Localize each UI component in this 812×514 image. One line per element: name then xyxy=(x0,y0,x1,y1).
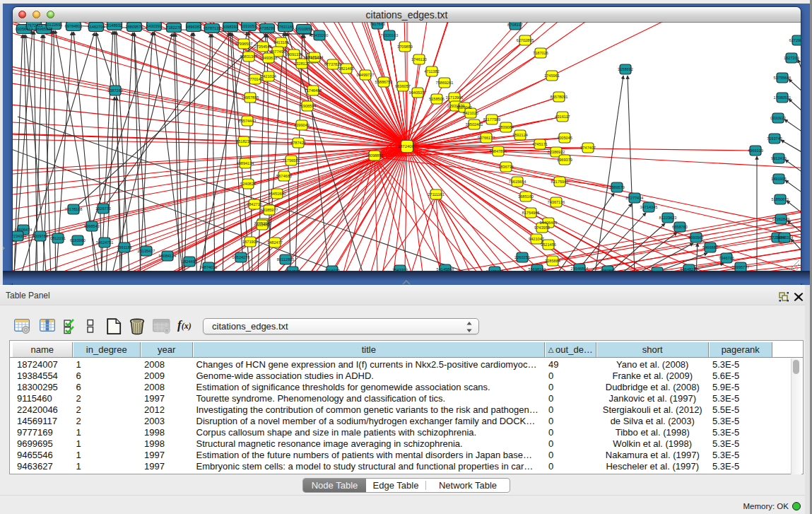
svg-text:1592124: 1592124 xyxy=(512,133,528,137)
svg-text:0812191: 0812191 xyxy=(50,236,66,240)
svg-text:55886753: 55886753 xyxy=(375,80,393,84)
svg-text:6658760: 6658760 xyxy=(672,225,688,229)
svg-text:87234309: 87234309 xyxy=(13,234,26,238)
svg-text:76320163: 76320163 xyxy=(381,33,399,37)
svg-text:17080531: 17080531 xyxy=(774,95,792,100)
svg-text:2787429: 2787429 xyxy=(290,141,306,145)
svg-text:31713900: 31713900 xyxy=(446,95,464,100)
svg-text:13493618: 13493618 xyxy=(260,56,278,60)
svg-text:1671902: 1671902 xyxy=(242,240,258,244)
svg-text:67010651: 67010651 xyxy=(295,27,313,31)
svg-text:3285884: 3285884 xyxy=(545,259,560,263)
svg-text:7182278: 7182278 xyxy=(166,25,182,30)
svg-text:62702895: 62702895 xyxy=(517,38,534,42)
svg-text:1031051: 1031051 xyxy=(241,24,257,28)
svg-text:71746488: 71746488 xyxy=(305,88,322,93)
svg-text:75869261: 75869261 xyxy=(436,81,454,85)
svg-text:37996507: 37996507 xyxy=(235,42,253,46)
svg-text:1745961: 1745961 xyxy=(544,74,560,78)
svg-text:9636057: 9636057 xyxy=(395,84,411,88)
svg-text:5158506: 5158506 xyxy=(429,97,445,101)
svg-text:51462704: 51462704 xyxy=(88,25,105,29)
svg-text:74367136: 74367136 xyxy=(548,200,565,204)
svg-text:87277434: 87277434 xyxy=(626,196,644,200)
svg-text:5674680: 5674680 xyxy=(276,174,292,178)
svg-text:94406409: 94406409 xyxy=(540,221,558,225)
svg-text:1491905: 1491905 xyxy=(771,177,787,181)
svg-text:37631165: 37631165 xyxy=(277,25,294,29)
svg-text:00766177: 00766177 xyxy=(478,136,495,140)
svg-text:86578091: 86578091 xyxy=(551,95,568,99)
svg-text:51850671: 51850671 xyxy=(772,197,789,201)
svg-text:9743953: 9743953 xyxy=(534,226,550,230)
svg-text:00524278: 00524278 xyxy=(233,255,250,259)
svg-text:15451680: 15451680 xyxy=(269,192,286,196)
svg-text:96965328: 96965328 xyxy=(35,27,53,31)
svg-text:34624751: 34624751 xyxy=(96,240,114,245)
svg-text:1326773: 1326773 xyxy=(95,206,111,211)
svg-text:76615654: 76615654 xyxy=(509,180,526,184)
svg-text:39502402: 39502402 xyxy=(466,122,483,127)
svg-text:69784801: 69784801 xyxy=(65,24,83,28)
svg-text:4738299: 4738299 xyxy=(259,26,275,30)
svg-text:4711382: 4711382 xyxy=(424,69,439,74)
svg-text:85574443: 85574443 xyxy=(239,119,257,123)
svg-text:7839084: 7839084 xyxy=(498,125,514,129)
svg-text:71756551: 71756551 xyxy=(283,158,300,163)
svg-text:7346706: 7346706 xyxy=(719,256,734,260)
svg-text:53755646: 53755646 xyxy=(774,76,792,80)
svg-text:0932480: 0932480 xyxy=(254,223,270,227)
svg-text:6998543: 6998543 xyxy=(84,224,100,228)
svg-text:2421024: 2421024 xyxy=(261,74,276,78)
svg-text:34957885: 34957885 xyxy=(242,95,259,100)
svg-text:71906594: 71906594 xyxy=(299,104,317,108)
svg-text:1399049: 1399049 xyxy=(294,123,310,127)
svg-text:73178108: 73178108 xyxy=(65,207,83,211)
svg-text:80112805: 80112805 xyxy=(277,257,294,262)
svg-text:98084124: 98084124 xyxy=(159,254,177,258)
svg-text:4005045: 4005045 xyxy=(557,136,572,140)
svg-text:1836736: 1836736 xyxy=(498,165,514,169)
svg-text:3482477: 3482477 xyxy=(267,240,283,245)
svg-text:60385977: 60385977 xyxy=(261,208,278,212)
svg-text:57262849: 57262849 xyxy=(772,217,790,221)
svg-text:4896383: 4896383 xyxy=(186,25,201,29)
svg-text:49894134: 49894134 xyxy=(237,161,254,165)
svg-text:82175946: 82175946 xyxy=(551,180,569,184)
svg-text:1627204: 1627204 xyxy=(784,56,799,60)
svg-text:1824493: 1824493 xyxy=(182,259,197,264)
svg-text:25135427: 25135427 xyxy=(138,249,155,253)
svg-text:13171274: 13171274 xyxy=(306,55,324,59)
svg-text:2260256: 2260256 xyxy=(514,255,530,259)
svg-text:62386922: 62386922 xyxy=(548,150,565,154)
svg-text:9521456: 9521456 xyxy=(541,243,556,247)
svg-text:9413186: 9413186 xyxy=(273,40,289,45)
svg-text:99091334: 99091334 xyxy=(286,52,303,57)
svg-text:76945314: 76945314 xyxy=(776,235,794,240)
svg-text:04499727: 04499727 xyxy=(357,73,375,77)
svg-text:80831367: 80831367 xyxy=(240,54,258,59)
svg-text:4316117: 4316117 xyxy=(555,115,570,119)
svg-text:6193990: 6193990 xyxy=(70,238,86,243)
svg-text:34874016: 34874016 xyxy=(200,265,218,269)
svg-text:3685160: 3685160 xyxy=(518,194,534,199)
svg-text:1969379: 1969379 xyxy=(557,158,572,162)
svg-text:27111161: 27111161 xyxy=(428,192,445,197)
svg-text:96405377: 96405377 xyxy=(409,90,427,95)
svg-text:5240824: 5240824 xyxy=(240,182,256,186)
svg-text:9421047: 9421047 xyxy=(529,237,544,241)
svg-text:3387262: 3387262 xyxy=(107,88,123,93)
svg-text:7187026: 7187026 xyxy=(533,51,548,55)
svg-text:0330923: 0330923 xyxy=(770,116,786,120)
svg-text:8708317: 8708317 xyxy=(507,23,523,27)
svg-text:3518233: 3518233 xyxy=(236,139,252,144)
svg-text:28098851: 28098851 xyxy=(366,153,384,158)
svg-text:65787133: 65787133 xyxy=(204,26,221,30)
svg-text:5009788: 5009788 xyxy=(33,234,48,238)
svg-text:7917693: 7917693 xyxy=(370,22,385,26)
svg-text:81177589: 81177589 xyxy=(483,117,500,122)
svg-text:10122691: 10122691 xyxy=(45,23,63,27)
svg-text:4745171: 4745171 xyxy=(532,142,548,146)
svg-text:8148932: 8148932 xyxy=(107,23,122,28)
svg-text:9821465: 9821465 xyxy=(339,66,354,71)
